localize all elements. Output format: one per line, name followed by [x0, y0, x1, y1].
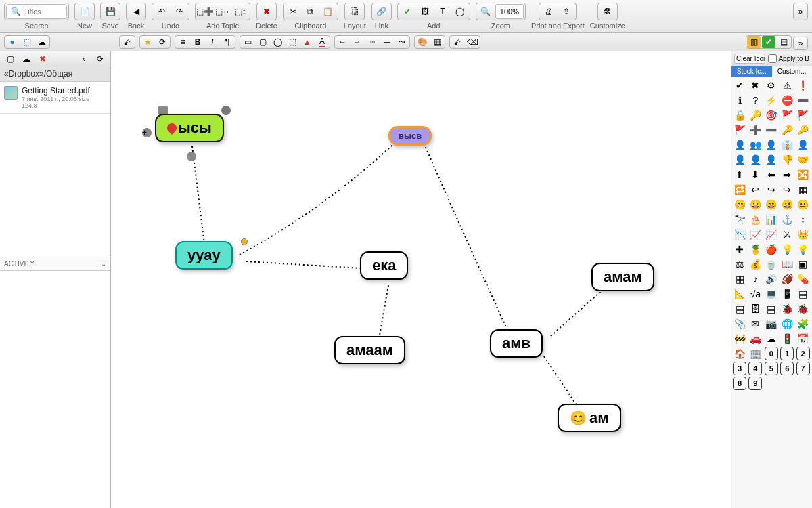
icon-cell[interactable]: 👑	[796, 228, 810, 241]
icon-cell[interactable]: √a	[748, 287, 762, 301]
icon-cell[interactable]: 🚗	[748, 332, 762, 345]
add-shape-button[interactable]: ◯	[452, 4, 468, 19]
icon-cell[interactable]: ⬅	[765, 168, 778, 182]
icon-cell[interactable]: ℹ	[733, 93, 746, 107]
redo-button[interactable]: ↷	[171, 4, 187, 19]
icon-cell[interactable]: ⛔	[780, 93, 794, 107]
icon-cell[interactable]: 🚦	[780, 332, 794, 345]
icon-cell-number[interactable]: 6	[780, 362, 794, 375]
icon-cell[interactable]: 💡	[780, 242, 794, 256]
icon-cell[interactable]: 🔀	[796, 168, 810, 182]
icon-cell[interactable]: ✖	[748, 79, 762, 92]
icon-cell[interactable]: 📐	[733, 287, 746, 301]
new-button[interactable]: 📄	[76, 4, 93, 19]
save-button[interactable]: 💾	[102, 4, 118, 19]
icon-cell[interactable]: 🔑	[780, 123, 794, 137]
icon-cell[interactable]: 🔊	[765, 272, 778, 286]
icon-cell[interactable]: 📅	[796, 332, 810, 345]
node-amam[interactable]: амам	[591, 263, 654, 291]
icon-cell-number[interactable]: 4	[748, 362, 762, 375]
apply-to-branch-checkbox[interactable]: Apply to B	[768, 54, 809, 64]
icon-cell[interactable]: ⚖	[733, 257, 746, 271]
icon-cell[interactable]: 🍍	[748, 242, 762, 256]
source-local-button[interactable]: ●	[5, 36, 19, 48]
icon-cell[interactable]: 🔁	[733, 183, 746, 196]
panel-toggle-3[interactable]: ▤	[777, 36, 790, 48]
node-am[interactable]: 😊ам	[558, 404, 621, 432]
icon-cell[interactable]: ✔	[733, 79, 746, 92]
line-curve-button[interactable]: ⤳	[395, 36, 409, 48]
icon-cell[interactable]: 🚩	[796, 108, 810, 122]
icon-cell[interactable]: 🍵	[765, 257, 778, 271]
line-style-button[interactable]: ─	[380, 36, 394, 48]
icon-cell[interactable]: 🎯	[765, 108, 778, 122]
brush-button[interactable]: 🖌	[451, 36, 464, 48]
node-amv[interactable]: амв	[490, 329, 543, 358]
add-check-button[interactable]: ✔	[399, 4, 415, 19]
secondary-toolbar-overflow[interactable]: »	[793, 37, 808, 50]
add-child-handle[interactable]: +	[142, 128, 152, 137]
shape-ellipse-button[interactable]: ◯	[271, 36, 284, 48]
icon-cell[interactable]: 🔭	[733, 213, 746, 226]
selection-handle[interactable]	[221, 106, 231, 115]
clear-icon-button[interactable]: Clear Icon	[734, 54, 765, 64]
customize-button[interactable]: 🛠	[600, 4, 616, 19]
favorite-button[interactable]: ★	[141, 36, 154, 48]
icon-cell[interactable]: 🗄	[748, 302, 762, 316]
icon-cell[interactable]: 📉	[733, 228, 746, 241]
icon-cell[interactable]: 🧩	[796, 317, 810, 331]
left-tab-back[interactable]: ‹	[76, 53, 91, 65]
style-paint-button[interactable]: 🖌	[120, 36, 134, 48]
icon-cell[interactable]: ⚓	[780, 213, 794, 226]
left-tab-delete[interactable]: ✖	[35, 53, 50, 65]
icon-cell-number[interactable]: 5	[765, 362, 778, 375]
node-cyan[interactable]: ууау	[175, 241, 233, 270]
italic-button[interactable]: I	[206, 36, 219, 48]
fill-color-button[interactable]: ▲	[300, 36, 314, 48]
icon-cell[interactable]: 👥	[748, 138, 762, 152]
icon-cell[interactable]: 🎂	[748, 213, 762, 226]
icon-cell[interactable]: 📈	[765, 228, 778, 241]
icon-cell[interactable]: 😐	[796, 198, 810, 211]
icon-cell[interactable]: ❗	[796, 79, 810, 92]
icon-cell[interactable]: ☁	[765, 332, 778, 345]
activity-header[interactable]: ACTIVITY ⌄	[0, 257, 110, 271]
panel-toggle-1[interactable]: ▥	[747, 36, 761, 48]
add-image-button[interactable]: 🖼	[417, 4, 433, 19]
tab-custom-icons[interactable]: Custom...	[772, 66, 813, 77]
icon-cell[interactable]: ↕	[796, 213, 810, 226]
icon-cell-number[interactable]: 8	[733, 377, 746, 390]
add-text-button[interactable]: T	[434, 4, 451, 19]
export-button[interactable]: ⇪	[558, 4, 574, 19]
canvas[interactable]: + ысы высв ууау ека амаам амв амам 😊ам	[111, 51, 731, 508]
icon-cell[interactable]: 👤	[765, 138, 778, 152]
add-sibling-button[interactable]: ⬚↔	[215, 4, 231, 19]
undo-button[interactable]: ↶	[154, 4, 170, 19]
icon-cell[interactable]: 🤝	[796, 153, 810, 167]
icon-cell[interactable]: 👤	[765, 153, 778, 167]
icon-cell[interactable]: 🐞	[796, 302, 810, 316]
delete-button[interactable]: ✖	[258, 4, 275, 19]
bold-button[interactable]: B	[191, 36, 204, 48]
refresh-button[interactable]: ⟳	[156, 36, 169, 48]
icon-cell[interactable]: 🐞	[780, 302, 794, 316]
left-tab-refresh[interactable]: ⟳	[93, 53, 108, 65]
icon-cell[interactable]: 👤	[733, 138, 746, 152]
node-root[interactable]: ысы	[155, 114, 224, 142]
icon-cell[interactable]: 👤	[748, 153, 762, 167]
icon-cell[interactable]: 📈	[748, 228, 762, 241]
icon-cell[interactable]: 🏢	[748, 347, 762, 360]
icon-cell[interactable]: 🚩	[733, 123, 746, 137]
search-input[interactable]	[24, 7, 64, 16]
copy-button[interactable]: ⧉	[302, 4, 319, 19]
icon-cell[interactable]: 💊	[796, 272, 810, 286]
source-cloud-button[interactable]: ☁	[35, 36, 49, 48]
icon-cell[interactable]: 📷	[765, 317, 778, 331]
arrow-right-button[interactable]: →	[351, 36, 364, 48]
icon-cell[interactable]: ⬆	[733, 168, 746, 182]
icon-cell-number[interactable]: 0	[765, 347, 778, 360]
icon-cell[interactable]: 😀	[748, 198, 762, 211]
icon-cell[interactable]: ✉	[748, 317, 762, 331]
icon-cell[interactable]: ?	[748, 93, 762, 107]
text-format-button[interactable]: ¶	[221, 36, 234, 48]
